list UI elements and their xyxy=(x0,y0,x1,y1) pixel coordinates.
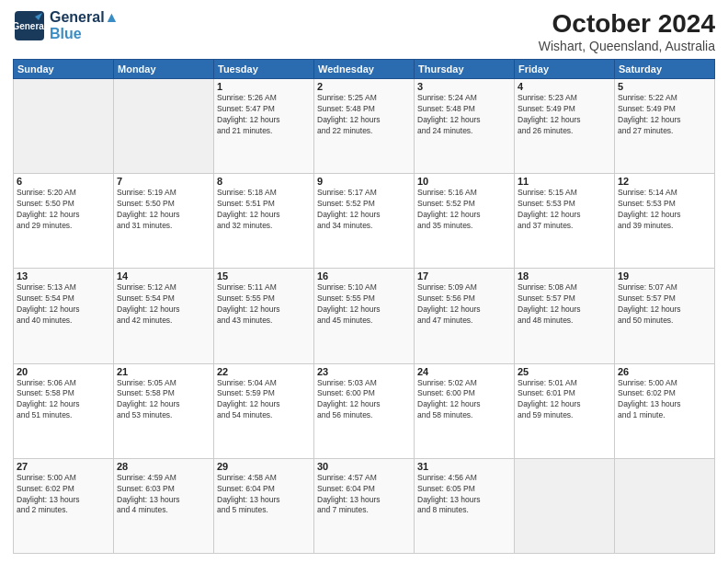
day-number: 24 xyxy=(417,366,511,377)
day-info: Sunrise: 5:19 AM Sunset: 5:50 PM Dayligh… xyxy=(117,188,210,232)
day-info: Sunrise: 5:17 AM Sunset: 5:52 PM Dayligh… xyxy=(317,188,411,232)
day-info: Sunrise: 5:03 AM Sunset: 6:00 PM Dayligh… xyxy=(317,378,411,422)
calendar-cell: 6Sunrise: 5:20 AM Sunset: 5:50 PM Daylig… xyxy=(14,174,114,269)
day-info: Sunrise: 5:20 AM Sunset: 5:50 PM Dayligh… xyxy=(17,188,110,232)
calendar-cell: 27Sunrise: 5:00 AM Sunset: 6:02 PM Dayli… xyxy=(14,458,114,553)
day-info: Sunrise: 4:59 AM Sunset: 6:03 PM Dayligh… xyxy=(117,473,210,517)
day-number: 17 xyxy=(417,270,511,282)
day-number: 18 xyxy=(518,270,611,282)
day-info: Sunrise: 5:11 AM Sunset: 5:55 PM Dayligh… xyxy=(217,282,311,327)
weekday-header-saturday: Saturday xyxy=(615,60,715,79)
day-info: Sunrise: 5:00 AM Sunset: 6:02 PM Dayligh… xyxy=(618,378,711,422)
day-info: Sunrise: 5:25 AM Sunset: 5:48 PM Dayligh… xyxy=(317,93,411,137)
weekday-header-sunday: Sunday xyxy=(14,60,114,79)
day-number: 4 xyxy=(518,81,611,92)
day-info: Sunrise: 5:09 AM Sunset: 5:56 PM Dayligh… xyxy=(417,282,511,327)
calendar-cell: 17Sunrise: 5:09 AM Sunset: 5:56 PM Dayli… xyxy=(415,269,515,363)
day-info: Sunrise: 5:16 AM Sunset: 5:52 PM Dayligh… xyxy=(417,188,511,232)
day-info: Sunrise: 5:14 AM Sunset: 5:53 PM Dayligh… xyxy=(618,188,711,232)
day-info: Sunrise: 5:00 AM Sunset: 6:02 PM Dayligh… xyxy=(17,473,110,517)
day-info: Sunrise: 4:56 AM Sunset: 6:05 PM Dayligh… xyxy=(417,473,511,517)
logo-svg: General xyxy=(13,9,46,42)
logo-line2: Blue xyxy=(50,26,82,42)
day-number: 23 xyxy=(317,366,411,377)
calendar-cell: 20Sunrise: 5:06 AM Sunset: 5:58 PM Dayli… xyxy=(14,363,114,458)
calendar-table: SundayMondayTuesdayWednesdayThursdayFrid… xyxy=(13,59,715,554)
calendar-cell: 11Sunrise: 5:15 AM Sunset: 5:53 PM Dayli… xyxy=(515,174,615,269)
day-number: 30 xyxy=(317,461,411,472)
logo: General General▲ Blue xyxy=(13,9,119,42)
day-info: Sunrise: 4:58 AM Sunset: 6:04 PM Dayligh… xyxy=(217,473,311,517)
logo-line1: General▲ xyxy=(50,9,119,26)
title-area: October 2024 Wishart, Queensland, Austra… xyxy=(539,9,715,53)
calendar-cell: 4Sunrise: 5:23 AM Sunset: 5:49 PM Daylig… xyxy=(515,79,615,174)
calendar-cell xyxy=(515,458,615,553)
calendar-week-0: 1Sunrise: 5:26 AM Sunset: 5:47 PM Daylig… xyxy=(14,79,715,174)
calendar-cell: 31Sunrise: 4:56 AM Sunset: 6:05 PM Dayli… xyxy=(415,458,515,553)
calendar-cell: 16Sunrise: 5:10 AM Sunset: 5:55 PM Dayli… xyxy=(314,269,415,363)
day-info: Sunrise: 5:07 AM Sunset: 5:57 PM Dayligh… xyxy=(618,282,711,327)
calendar-cell: 19Sunrise: 5:07 AM Sunset: 5:57 PM Dayli… xyxy=(615,269,715,363)
calendar-cell: 2Sunrise: 5:25 AM Sunset: 5:48 PM Daylig… xyxy=(314,79,415,174)
day-number: 19 xyxy=(618,270,711,282)
calendar-week-3: 20Sunrise: 5:06 AM Sunset: 5:58 PM Dayli… xyxy=(14,363,715,458)
header: General General▲ Blue October 2024 Wisha… xyxy=(13,9,715,53)
day-info: Sunrise: 5:23 AM Sunset: 5:49 PM Dayligh… xyxy=(518,93,611,137)
day-number: 5 xyxy=(618,81,711,92)
calendar-cell: 9Sunrise: 5:17 AM Sunset: 5:52 PM Daylig… xyxy=(314,174,415,269)
day-number: 21 xyxy=(117,366,210,377)
day-number: 16 xyxy=(317,270,411,282)
calendar-cell: 29Sunrise: 4:58 AM Sunset: 6:04 PM Dayli… xyxy=(214,458,314,553)
calendar-cell: 7Sunrise: 5:19 AM Sunset: 5:50 PM Daylig… xyxy=(114,174,214,269)
day-number: 27 xyxy=(17,461,110,472)
calendar-cell xyxy=(14,79,114,174)
weekday-header-monday: Monday xyxy=(114,60,214,79)
calendar-cell: 12Sunrise: 5:14 AM Sunset: 5:53 PM Dayli… xyxy=(615,174,715,269)
calendar-cell xyxy=(615,458,715,553)
weekday-header-friday: Friday xyxy=(515,60,615,79)
day-info: Sunrise: 5:06 AM Sunset: 5:58 PM Dayligh… xyxy=(17,378,110,422)
svg-text:General: General xyxy=(13,21,46,31)
calendar-cell: 1Sunrise: 5:26 AM Sunset: 5:47 PM Daylig… xyxy=(214,79,314,174)
day-number: 22 xyxy=(217,366,311,377)
day-info: Sunrise: 5:01 AM Sunset: 6:01 PM Dayligh… xyxy=(518,378,611,422)
day-number: 29 xyxy=(217,461,311,472)
calendar-week-4: 27Sunrise: 5:00 AM Sunset: 6:02 PM Dayli… xyxy=(14,458,715,553)
calendar-cell: 22Sunrise: 5:04 AM Sunset: 5:59 PM Dayli… xyxy=(214,363,314,458)
day-info: Sunrise: 5:05 AM Sunset: 5:58 PM Dayligh… xyxy=(117,378,210,422)
weekday-row: SundayMondayTuesdayWednesdayThursdayFrid… xyxy=(14,60,715,79)
day-number: 1 xyxy=(217,81,311,92)
day-info: Sunrise: 5:04 AM Sunset: 5:59 PM Dayligh… xyxy=(217,378,311,422)
day-info: Sunrise: 5:10 AM Sunset: 5:55 PM Dayligh… xyxy=(317,282,411,327)
page: General General▲ Blue October 2024 Wisha… xyxy=(0,0,728,563)
calendar-cell: 15Sunrise: 5:11 AM Sunset: 5:55 PM Dayli… xyxy=(214,269,314,363)
calendar-cell: 25Sunrise: 5:01 AM Sunset: 6:01 PM Dayli… xyxy=(515,363,615,458)
day-number: 26 xyxy=(618,366,711,377)
calendar-cell: 30Sunrise: 4:57 AM Sunset: 6:04 PM Dayli… xyxy=(314,458,415,553)
day-number: 2 xyxy=(317,81,411,92)
calendar-cell xyxy=(114,79,214,174)
calendar-cell: 26Sunrise: 5:00 AM Sunset: 6:02 PM Dayli… xyxy=(615,363,715,458)
day-number: 6 xyxy=(17,176,110,187)
day-number: 10 xyxy=(417,176,511,187)
day-info: Sunrise: 5:24 AM Sunset: 5:48 PM Dayligh… xyxy=(417,93,511,137)
day-number: 7 xyxy=(117,176,210,187)
day-info: Sunrise: 5:26 AM Sunset: 5:47 PM Dayligh… xyxy=(217,93,311,137)
calendar-cell: 21Sunrise: 5:05 AM Sunset: 5:58 PM Dayli… xyxy=(114,363,214,458)
day-number: 25 xyxy=(518,366,611,377)
logo-text-area: General▲ Blue xyxy=(50,9,119,41)
calendar-cell: 10Sunrise: 5:16 AM Sunset: 5:52 PM Dayli… xyxy=(415,174,515,269)
day-number: 20 xyxy=(17,366,110,377)
day-number: 11 xyxy=(518,176,611,187)
calendar-cell: 3Sunrise: 5:24 AM Sunset: 5:48 PM Daylig… xyxy=(415,79,515,174)
weekday-header-wednesday: Wednesday xyxy=(314,60,415,79)
day-info: Sunrise: 5:02 AM Sunset: 6:00 PM Dayligh… xyxy=(417,378,511,422)
day-info: Sunrise: 5:18 AM Sunset: 5:51 PM Dayligh… xyxy=(217,188,311,232)
day-number: 14 xyxy=(117,270,210,282)
day-info: Sunrise: 5:15 AM Sunset: 5:53 PM Dayligh… xyxy=(518,188,611,232)
calendar-week-2: 13Sunrise: 5:13 AM Sunset: 5:54 PM Dayli… xyxy=(14,269,715,363)
day-number: 28 xyxy=(117,461,210,472)
calendar-cell: 24Sunrise: 5:02 AM Sunset: 6:00 PM Dayli… xyxy=(415,363,515,458)
day-info: Sunrise: 5:13 AM Sunset: 5:54 PM Dayligh… xyxy=(17,282,110,327)
day-number: 13 xyxy=(17,270,110,282)
